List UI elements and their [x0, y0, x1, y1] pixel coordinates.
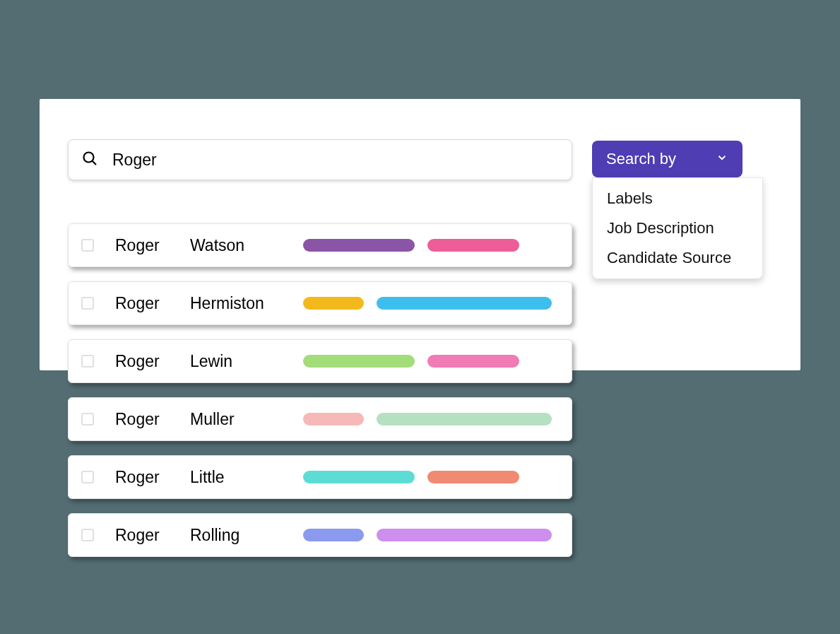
chevron-down-icon — [716, 150, 728, 168]
tag-pill — [303, 239, 415, 252]
svg-line-1 — [93, 161, 97, 165]
tag-pill — [303, 355, 415, 368]
row-checkbox[interactable] — [81, 355, 94, 368]
last-name: Muller — [190, 410, 303, 429]
first-name: Roger — [115, 410, 190, 429]
search-input[interactable] — [112, 151, 559, 170]
tag-pill — [427, 471, 519, 483]
result-row[interactable]: RogerLittle — [68, 455, 572, 499]
last-name: Lewin — [190, 352, 303, 371]
row-tags — [303, 355, 519, 368]
result-row[interactable]: RogerLewin — [68, 339, 572, 383]
dropdown-label: Search by — [606, 150, 676, 168]
row-checkbox[interactable] — [81, 239, 94, 252]
row-tags — [303, 471, 519, 483]
first-name: Roger — [115, 468, 190, 487]
result-row[interactable]: RogerMuller — [68, 397, 572, 441]
last-name: Watson — [190, 236, 303, 255]
tag-pill — [303, 529, 364, 541]
first-name: Roger — [115, 352, 190, 371]
dropdown-option-labels[interactable]: Labels — [593, 184, 762, 213]
first-name: Roger — [115, 526, 190, 545]
first-name: Roger — [115, 294, 190, 313]
first-name: Roger — [115, 236, 190, 255]
result-row[interactable]: RogerRolling — [68, 513, 572, 557]
result-row[interactable]: RogerWatson — [68, 223, 572, 267]
row-tags — [303, 413, 552, 425]
row-tags — [303, 529, 552, 541]
tag-pill — [303, 413, 364, 425]
result-row[interactable]: RogerHermiston — [68, 281, 572, 325]
tag-pill — [377, 529, 552, 541]
last-name: Hermiston — [190, 294, 303, 313]
tag-pill — [377, 413, 552, 425]
svg-point-0 — [84, 153, 94, 163]
results-list: RogerWatsonRogerHermistonRogerLewinRoger… — [68, 223, 572, 571]
search-icon — [81, 150, 98, 170]
tag-pill — [377, 297, 552, 310]
last-name: Little — [190, 468, 303, 487]
row-checkbox[interactable] — [81, 297, 94, 310]
tag-pill — [303, 297, 364, 310]
search-by-dropdown[interactable]: Search by — [592, 141, 743, 177]
search-bar[interactable] — [68, 139, 572, 180]
dropdown-option-job-description[interactable]: Job Description — [593, 213, 762, 243]
row-tags — [303, 239, 519, 252]
row-checkbox[interactable] — [81, 413, 94, 425]
row-tags — [303, 297, 552, 310]
dropdown-option-candidate-source[interactable]: Candidate Source — [593, 243, 762, 273]
search-by-menu: Labels Job Description Candidate Source — [592, 177, 763, 279]
row-checkbox[interactable] — [81, 529, 94, 541]
last-name: Rolling — [190, 526, 303, 545]
tag-pill — [427, 355, 519, 368]
row-checkbox[interactable] — [81, 471, 94, 483]
tag-pill — [303, 471, 415, 483]
tag-pill — [427, 239, 519, 252]
